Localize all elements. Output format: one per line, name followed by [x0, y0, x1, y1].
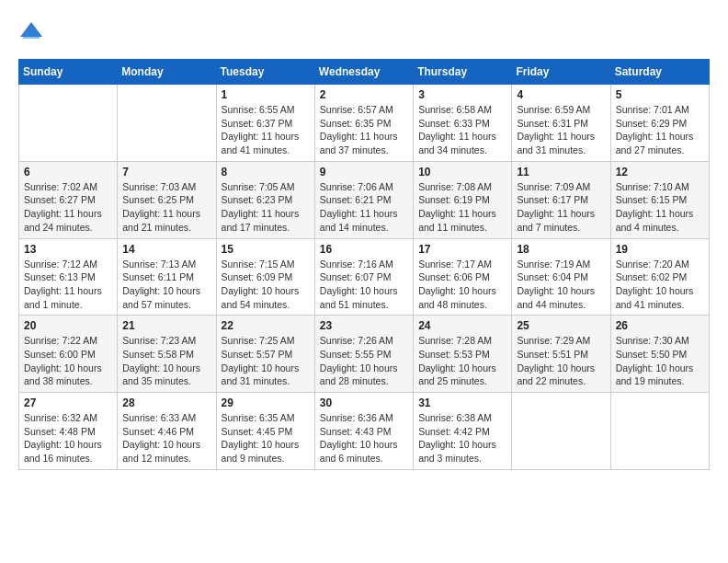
day-number: 12 [616, 166, 704, 178]
calendar-week-row: 13Sunrise: 7:12 AM Sunset: 6:13 PM Dayli… [19, 238, 710, 316]
day-info: Sunrise: 7:01 AM Sunset: 6:29 PM Dayligh… [616, 103, 704, 157]
calendar-cell: 27Sunrise: 6:32 AM Sunset: 4:48 PM Dayli… [19, 393, 118, 470]
day-info: Sunrise: 7:26 AM Sunset: 5:55 PM Dayligh… [320, 334, 408, 388]
calendar-cell [19, 85, 118, 162]
calendar-cell: 4Sunrise: 6:59 AM Sunset: 6:31 PM Daylig… [512, 85, 610, 162]
day-info: Sunrise: 7:12 AM Sunset: 6:13 PM Dayligh… [24, 258, 112, 312]
weekday-header-sunday: Sunday [19, 60, 118, 85]
day-number: 1 [222, 88, 310, 101]
calendar-week-row: 6Sunrise: 7:02 AM Sunset: 6:27 PM Daylig… [19, 161, 710, 238]
day-number: 23 [320, 319, 408, 332]
day-number: 22 [222, 319, 310, 332]
day-number: 21 [122, 319, 210, 332]
day-info: Sunrise: 7:22 AM Sunset: 6:00 PM Dayligh… [24, 334, 112, 388]
day-number: 4 [517, 88, 605, 101]
day-number: 27 [24, 396, 112, 409]
day-number: 7 [122, 166, 210, 178]
logo-icon [18, 18, 44, 44]
calendar-cell: 3Sunrise: 6:58 AM Sunset: 6:33 PM Daylig… [414, 85, 512, 162]
calendar-cell: 29Sunrise: 6:35 AM Sunset: 4:45 PM Dayli… [216, 393, 314, 470]
day-info: Sunrise: 7:10 AM Sunset: 6:15 PM Dayligh… [616, 180, 704, 235]
day-number: 14 [122, 243, 210, 256]
calendar-week-row: 20Sunrise: 7:22 AM Sunset: 6:00 PM Dayli… [19, 316, 710, 393]
calendar-cell: 2Sunrise: 6:57 AM Sunset: 6:35 PM Daylig… [314, 85, 413, 162]
weekday-header-row: SundayMondayTuesdayWednesdayThursdayFrid… [19, 60, 710, 85]
logo [18, 18, 48, 44]
day-number: 9 [320, 166, 408, 178]
day-number: 10 [418, 166, 506, 178]
day-info: Sunrise: 6:57 AM Sunset: 6:35 PM Dayligh… [320, 103, 408, 157]
day-number: 15 [222, 243, 310, 256]
day-info: Sunrise: 6:33 AM Sunset: 4:46 PM Dayligh… [122, 411, 210, 465]
calendar-cell: 7Sunrise: 7:03 AM Sunset: 6:25 PM Daylig… [118, 161, 216, 238]
day-info: Sunrise: 6:55 AM Sunset: 6:37 PM Dayligh… [222, 103, 310, 157]
day-number: 16 [320, 243, 408, 256]
calendar-cell: 6Sunrise: 7:02 AM Sunset: 6:27 PM Daylig… [19, 161, 118, 238]
calendar-cell: 9Sunrise: 7:06 AM Sunset: 6:21 PM Daylig… [314, 161, 413, 238]
day-number: 19 [616, 243, 704, 256]
day-number: 18 [517, 243, 605, 256]
calendar-cell: 14Sunrise: 7:13 AM Sunset: 6:11 PM Dayli… [118, 238, 216, 316]
calendar-cell: 12Sunrise: 7:10 AM Sunset: 6:15 PM Dayli… [610, 161, 709, 238]
day-number: 25 [517, 319, 605, 332]
day-info: Sunrise: 7:23 AM Sunset: 5:58 PM Dayligh… [122, 334, 210, 388]
weekday-header-friday: Friday [512, 60, 610, 85]
day-info: Sunrise: 7:29 AM Sunset: 5:51 PM Dayligh… [517, 334, 605, 388]
calendar-cell: 17Sunrise: 7:17 AM Sunset: 6:06 PM Dayli… [414, 238, 512, 316]
weekday-header-wednesday: Wednesday [314, 60, 413, 85]
calendar-cell: 13Sunrise: 7:12 AM Sunset: 6:13 PM Dayli… [19, 238, 118, 316]
day-number: 11 [517, 166, 605, 178]
day-info: Sunrise: 7:06 AM Sunset: 6:21 PM Dayligh… [320, 180, 408, 235]
day-info: Sunrise: 7:09 AM Sunset: 6:17 PM Dayligh… [517, 180, 605, 235]
calendar-cell: 30Sunrise: 6:36 AM Sunset: 4:43 PM Dayli… [314, 393, 413, 470]
day-number: 26 [616, 319, 704, 332]
day-info: Sunrise: 6:32 AM Sunset: 4:48 PM Dayligh… [24, 411, 112, 465]
day-number: 31 [418, 396, 506, 409]
day-info: Sunrise: 6:58 AM Sunset: 6:33 PM Dayligh… [418, 103, 506, 157]
calendar-table: SundayMondayTuesdayWednesdayThursdayFrid… [18, 59, 710, 470]
day-info: Sunrise: 7:02 AM Sunset: 6:27 PM Dayligh… [24, 180, 112, 235]
day-info: Sunrise: 7:15 AM Sunset: 6:09 PM Dayligh… [222, 258, 310, 312]
calendar-cell [512, 393, 610, 470]
day-number: 6 [24, 166, 112, 178]
calendar-cell: 26Sunrise: 7:30 AM Sunset: 5:50 PM Dayli… [610, 316, 709, 393]
day-number: 3 [418, 88, 506, 101]
day-number: 13 [24, 243, 112, 256]
weekday-header-saturday: Saturday [610, 60, 709, 85]
calendar-cell: 31Sunrise: 6:38 AM Sunset: 4:42 PM Dayli… [414, 393, 512, 470]
day-info: Sunrise: 7:30 AM Sunset: 5:50 PM Dayligh… [616, 334, 704, 388]
day-info: Sunrise: 7:05 AM Sunset: 6:23 PM Dayligh… [222, 180, 310, 235]
day-number: 17 [418, 243, 506, 256]
day-info: Sunrise: 6:59 AM Sunset: 6:31 PM Dayligh… [517, 103, 605, 157]
day-info: Sunrise: 7:25 AM Sunset: 5:57 PM Dayligh… [222, 334, 310, 388]
weekday-header-monday: Monday [118, 60, 216, 85]
calendar-cell: 11Sunrise: 7:09 AM Sunset: 6:17 PM Dayli… [512, 161, 610, 238]
day-info: Sunrise: 6:36 AM Sunset: 4:43 PM Dayligh… [320, 411, 408, 465]
day-number: 5 [616, 88, 704, 101]
calendar-cell: 1Sunrise: 6:55 AM Sunset: 6:37 PM Daylig… [216, 85, 314, 162]
day-number: 30 [320, 396, 408, 409]
calendar-cell: 25Sunrise: 7:29 AM Sunset: 5:51 PM Dayli… [512, 316, 610, 393]
calendar-cell: 15Sunrise: 7:15 AM Sunset: 6:09 PM Dayli… [216, 238, 314, 316]
calendar-cell: 20Sunrise: 7:22 AM Sunset: 6:00 PM Dayli… [19, 316, 118, 393]
calendar-cell: 19Sunrise: 7:20 AM Sunset: 6:02 PM Dayli… [610, 238, 709, 316]
calendar-cell: 28Sunrise: 6:33 AM Sunset: 4:46 PM Dayli… [118, 393, 216, 470]
day-info: Sunrise: 7:20 AM Sunset: 6:02 PM Dayligh… [616, 258, 704, 312]
day-info: Sunrise: 7:19 AM Sunset: 6:04 PM Dayligh… [517, 258, 605, 312]
weekday-header-tuesday: Tuesday [216, 60, 314, 85]
day-info: Sunrise: 7:17 AM Sunset: 6:06 PM Dayligh… [418, 258, 506, 312]
calendar-week-row: 1Sunrise: 6:55 AM Sunset: 6:37 PM Daylig… [19, 85, 710, 162]
calendar-week-row: 27Sunrise: 6:32 AM Sunset: 4:48 PM Dayli… [19, 393, 710, 470]
day-info: Sunrise: 6:38 AM Sunset: 4:42 PM Dayligh… [418, 411, 506, 465]
day-info: Sunrise: 7:08 AM Sunset: 6:19 PM Dayligh… [418, 180, 506, 235]
weekday-header-thursday: Thursday [414, 60, 512, 85]
day-info: Sunrise: 7:03 AM Sunset: 6:25 PM Dayligh… [122, 180, 210, 235]
day-info: Sunrise: 7:28 AM Sunset: 5:53 PM Dayligh… [418, 334, 506, 388]
calendar-cell: 16Sunrise: 7:16 AM Sunset: 6:07 PM Dayli… [314, 238, 413, 316]
calendar-cell: 24Sunrise: 7:28 AM Sunset: 5:53 PM Dayli… [414, 316, 512, 393]
calendar-cell: 18Sunrise: 7:19 AM Sunset: 6:04 PM Dayli… [512, 238, 610, 316]
calendar-cell: 21Sunrise: 7:23 AM Sunset: 5:58 PM Dayli… [118, 316, 216, 393]
calendar-cell: 8Sunrise: 7:05 AM Sunset: 6:23 PM Daylig… [216, 161, 314, 238]
day-info: Sunrise: 6:35 AM Sunset: 4:45 PM Dayligh… [222, 411, 310, 465]
day-number: 28 [122, 396, 210, 409]
